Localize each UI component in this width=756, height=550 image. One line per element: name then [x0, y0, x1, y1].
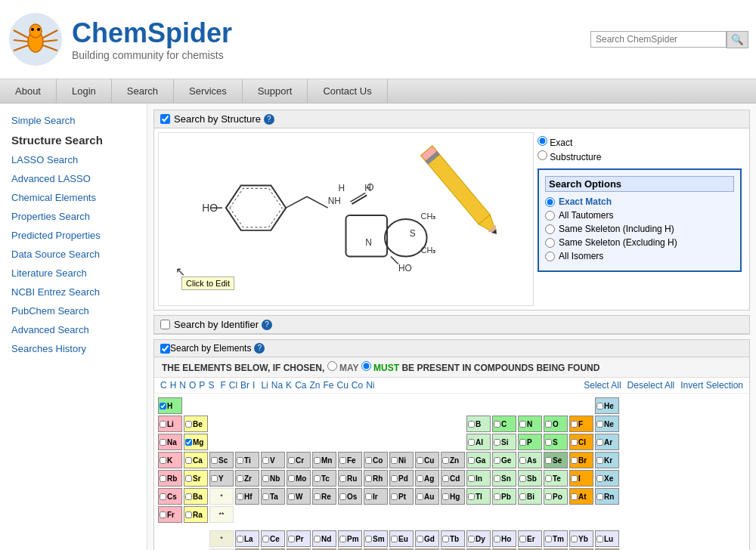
element-ba-checkbox[interactable] — [185, 493, 192, 500]
element-tl-checkbox[interactable] — [468, 493, 475, 500]
element-po-checkbox[interactable] — [545, 493, 552, 500]
nav-about[interactable]: About — [0, 79, 57, 103]
element-os[interactable]: Os — [338, 488, 362, 505]
sidebar-item-pubchem-search[interactable]: PubChem Search — [0, 301, 147, 320]
element-er[interactable]: Er — [518, 530, 542, 547]
element-b[interactable]: B — [466, 416, 491, 432]
element-ca[interactable]: Ca — [184, 452, 208, 468]
search-input[interactable] — [590, 31, 727, 48]
element-li-checkbox[interactable] — [160, 421, 166, 428]
element-se[interactable]: Se — [544, 452, 568, 468]
element-os-checkbox[interactable] — [339, 493, 346, 500]
element-at-checkbox[interactable] — [571, 493, 578, 500]
element-br[interactable]: Br — [569, 452, 593, 468]
element-hg-checkbox[interactable] — [442, 493, 449, 500]
element-rh[interactable]: Rh — [364, 470, 388, 487]
element-ru-checkbox[interactable] — [339, 475, 346, 482]
qe-cu[interactable]: Cu — [337, 380, 349, 391]
element-tb[interactable]: Tb — [441, 530, 465, 547]
element-cu-checkbox[interactable] — [417, 457, 423, 464]
element-fe-checkbox[interactable] — [339, 457, 346, 464]
element-ir-checkbox[interactable] — [365, 493, 372, 500]
element-k[interactable]: K — [158, 452, 182, 468]
element-mo-checkbox[interactable] — [288, 475, 295, 482]
element-pt-checkbox[interactable] — [391, 493, 398, 500]
substructure-radio[interactable] — [538, 150, 547, 160]
sidebar-item-data-source-search[interactable]: Data Source Search — [0, 245, 147, 264]
sidebar-item-searches-history[interactable]: Searches History — [0, 339, 147, 358]
element-in-checkbox[interactable] — [468, 475, 475, 482]
element-rn[interactable]: Rn — [595, 488, 619, 505]
element-w[interactable]: W — [287, 488, 311, 505]
element-hf-checkbox[interactable] — [237, 493, 243, 500]
element-ce[interactable]: Ce — [261, 530, 285, 547]
element-dy-checkbox[interactable] — [468, 536, 475, 542]
sidebar-item-advanced-lasso[interactable]: Advanced LASSO — [0, 169, 147, 188]
element-c[interactable]: C — [492, 416, 516, 432]
element-tb-checkbox[interactable] — [442, 536, 449, 542]
element-xe[interactable]: Xe — [595, 470, 619, 487]
qe-f[interactable]: F — [220, 380, 225, 391]
element-eu[interactable]: Eu — [389, 530, 414, 547]
element-nd-checkbox[interactable] — [314, 536, 321, 542]
element-bi[interactable]: Bi — [518, 488, 542, 505]
element-kr[interactable]: Kr — [595, 452, 619, 468]
element-h-checkbox[interactable] — [160, 403, 166, 409]
element-fr-checkbox[interactable] — [160, 511, 166, 518]
element-f-checkbox[interactable] — [571, 421, 578, 428]
sidebar-item-literature-search[interactable]: Literature Search — [0, 264, 147, 283]
element-ta[interactable]: Ta — [261, 488, 285, 505]
may-radio[interactable] — [327, 361, 337, 371]
nav-support[interactable]: Support — [243, 79, 308, 103]
element-f[interactable]: F — [569, 416, 593, 432]
search-button[interactable]: 🔍 — [727, 31, 748, 48]
element-w-checkbox[interactable] — [288, 493, 295, 500]
element-ca-checkbox[interactable] — [185, 457, 192, 464]
element-mo[interactable]: Mo — [287, 470, 311, 487]
element-c-checkbox[interactable] — [494, 421, 500, 428]
element-re[interactable]: Re — [312, 488, 336, 505]
identifier-help-icon[interactable]: ? — [262, 320, 272, 330]
element-re-checkbox[interactable] — [314, 493, 321, 500]
select-all-link[interactable]: Select All — [584, 380, 621, 391]
element-ti-checkbox[interactable] — [237, 457, 243, 464]
element-he[interactable]: He — [595, 397, 619, 414]
qe-br[interactable]: Br — [240, 380, 249, 391]
element-pm-checkbox[interactable] — [339, 536, 346, 542]
element-ag[interactable]: Ag — [415, 470, 439, 487]
same-skeleton-h-radio[interactable] — [545, 224, 555, 234]
qe-p[interactable]: P — [199, 380, 205, 391]
click-to-edit[interactable]: Click to Edit — [181, 277, 234, 290]
element-at[interactable]: At — [569, 488, 593, 505]
element-ne[interactable]: Ne — [595, 416, 619, 432]
element-cd-checkbox[interactable] — [442, 475, 449, 482]
element-ni-checkbox[interactable] — [391, 457, 398, 464]
element-lu-checkbox[interactable] — [596, 536, 603, 542]
identifier-search-checkbox[interactable] — [160, 320, 170, 329]
element-dy[interactable]: Dy — [466, 530, 491, 547]
element-ge-checkbox[interactable] — [494, 457, 500, 464]
sidebar-item-properties-search[interactable]: Properties Search — [0, 207, 147, 226]
element-s[interactable]: S — [544, 434, 568, 450]
element-sc-checkbox[interactable] — [211, 457, 218, 464]
element-ag-checkbox[interactable] — [417, 475, 423, 482]
element-la[interactable]: La — [235, 530, 259, 547]
invert-selection-link[interactable]: Invert Selection — [680, 380, 743, 391]
element-sb[interactable]: Sb — [518, 470, 542, 487]
element-fe[interactable]: Fe — [338, 452, 362, 468]
structure-search-checkbox[interactable] — [160, 114, 170, 124]
element-cd[interactable]: Cd — [441, 470, 465, 487]
elements-search-checkbox[interactable] — [160, 344, 170, 354]
sidebar-item-predicted-properties[interactable]: Predicted Properties — [0, 226, 147, 245]
qe-k[interactable]: K — [286, 380, 292, 391]
element-be-checkbox[interactable] — [185, 421, 192, 428]
element-te-checkbox[interactable] — [545, 475, 552, 482]
element-mg-checkbox[interactable] — [185, 439, 192, 446]
element-zn-checkbox[interactable] — [442, 457, 449, 464]
element-sr-checkbox[interactable] — [185, 475, 192, 482]
element-cu[interactable]: Cu — [415, 452, 439, 468]
element-tc-checkbox[interactable] — [314, 475, 321, 482]
element-yb-checkbox[interactable] — [571, 536, 578, 542]
qe-co[interactable]: Co — [352, 380, 363, 391]
element-al-checkbox[interactable] — [468, 439, 475, 446]
